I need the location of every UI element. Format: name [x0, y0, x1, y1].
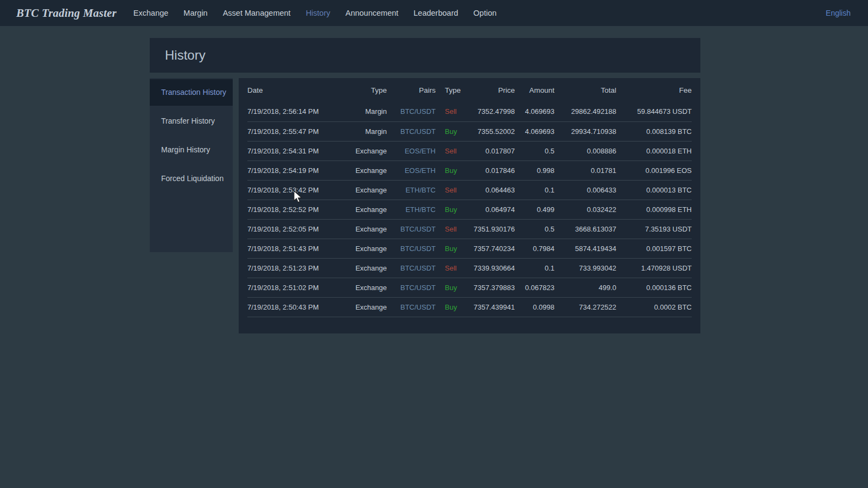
- cell-type: Exchange: [322, 180, 387, 200]
- cell-date: 7/19/2018, 2:54:31 PM: [247, 141, 322, 160]
- cell-fee: 0.000136 BTC: [616, 278, 692, 297]
- nav-item-margin[interactable]: Margin: [183, 9, 207, 17]
- cell-price: 7352.47998: [467, 102, 515, 121]
- cell-total: 0.032422: [554, 200, 616, 219]
- cell-type: Exchange: [322, 219, 387, 239]
- table-row: 7/19/2018, 2:55:47 PMMarginBTC/USDTBuy73…: [247, 121, 692, 141]
- cell-type: Margin: [322, 121, 387, 141]
- cell-trade-side: Sell: [436, 141, 467, 160]
- nav-item-option[interactable]: Option: [474, 9, 497, 17]
- table-row: 7/19/2018, 2:50:43 PMExchangeBTC/USDTBuy…: [247, 297, 692, 317]
- column-header-type-side: Type: [436, 78, 467, 102]
- nav-item-leaderboard[interactable]: Leaderboard: [413, 9, 458, 17]
- cell-fee: 0.001597 BTC: [616, 239, 692, 258]
- nav-item-history[interactable]: History: [306, 9, 330, 17]
- cell-pair[interactable]: ETH/BTC: [387, 200, 436, 219]
- nav-item-asset-management[interactable]: Asset Management: [223, 9, 291, 17]
- sidebar-item-transfer-history[interactable]: Transfer History: [150, 108, 233, 134]
- sidebar-item-transaction-history[interactable]: Transaction History: [150, 79, 233, 106]
- table-row: 7/19/2018, 2:54:31 PMExchangeEOS/ETHSell…: [247, 141, 692, 160]
- cell-pair[interactable]: BTC/USDT: [387, 239, 436, 258]
- brand-logo[interactable]: BTC Trading Master: [16, 7, 117, 20]
- transaction-history-table: DateTypePairsTypePriceAmountTotalFee 7/1…: [247, 78, 692, 317]
- cell-total: 734.272522: [554, 297, 616, 317]
- table-row: 7/19/2018, 2:56:14 PMMarginBTC/USDTSell7…: [247, 102, 692, 121]
- cell-amount: 0.0998: [515, 297, 554, 317]
- table-row: 7/19/2018, 2:52:05 PMExchangeBTC/USDTSel…: [247, 219, 692, 239]
- cell-pair[interactable]: BTC/USDT: [387, 102, 436, 121]
- sidebar-item-margin-history[interactable]: Margin History: [150, 137, 233, 163]
- cell-type: Exchange: [322, 278, 387, 297]
- table-row: 7/19/2018, 2:51:23 PMExchangeBTC/USDTSel…: [247, 258, 692, 278]
- cell-price: 0.017807: [467, 141, 515, 160]
- column-header-total: Total: [554, 78, 616, 102]
- cell-trade-side: Buy: [436, 239, 467, 258]
- cell-type: Exchange: [322, 160, 387, 180]
- cell-pair[interactable]: BTC/USDT: [387, 121, 436, 141]
- history-sidebar: Transaction HistoryTransfer HistoryMargi…: [150, 78, 233, 252]
- cell-type: Exchange: [322, 297, 387, 317]
- column-header-fee: Fee: [616, 78, 692, 102]
- cell-price: 0.064463: [467, 180, 515, 200]
- sidebar-item-forced-liquidation[interactable]: Forced Liquidation: [150, 165, 233, 192]
- page-title: History: [165, 48, 206, 63]
- page-root: { "brand": "BTC Trading Master", "nav": …: [0, 0, 868, 488]
- cell-trade-side: Buy: [436, 278, 467, 297]
- cell-date: 7/19/2018, 2:51:23 PM: [247, 258, 322, 278]
- cell-price: 7357.740234: [467, 239, 515, 258]
- cell-total: 29934.710938: [554, 121, 616, 141]
- cell-price: 0.064974: [467, 200, 515, 219]
- table-row: 7/19/2018, 2:53:42 PMExchangeETH/BTCSell…: [247, 180, 692, 200]
- cell-type: Margin: [322, 102, 387, 121]
- table-header-row: DateTypePairsTypePriceAmountTotalFee: [247, 78, 692, 102]
- cell-amount: 0.5: [515, 219, 554, 239]
- cell-trade-side: Buy: [436, 160, 467, 180]
- cell-amount: 4.069693: [515, 102, 554, 121]
- cell-amount: 0.5: [515, 141, 554, 160]
- cell-date: 7/19/2018, 2:52:05 PM: [247, 219, 322, 239]
- cell-fee: 7.35193 USDT: [616, 219, 692, 239]
- cell-trade-side: Sell: [436, 102, 467, 121]
- cell-total: 29862.492188: [554, 102, 616, 121]
- cell-fee: 0.001996 EOS: [616, 160, 692, 180]
- cell-pair[interactable]: BTC/USDT: [387, 297, 436, 317]
- cell-fee: 0.000998 ETH: [616, 200, 692, 219]
- table-row: 7/19/2018, 2:51:43 PMExchangeBTC/USDTBuy…: [247, 239, 692, 258]
- column-header-date: Date: [247, 78, 322, 102]
- cell-pair[interactable]: BTC/USDT: [387, 219, 436, 239]
- cell-fee: 0.008139 BTC: [616, 121, 692, 141]
- cell-trade-side: Buy: [436, 200, 467, 219]
- cell-amount: 0.1: [515, 258, 554, 278]
- cell-pair[interactable]: EOS/ETH: [387, 141, 436, 160]
- cell-date: 7/19/2018, 2:51:02 PM: [247, 278, 322, 297]
- cell-amount: 0.7984: [515, 239, 554, 258]
- cell-total: 0.008886: [554, 141, 616, 160]
- cell-amount: 0.1: [515, 180, 554, 200]
- language-selector[interactable]: English: [826, 9, 851, 17]
- cell-amount: 0.067823: [515, 278, 554, 297]
- cell-date: 7/19/2018, 2:55:47 PM: [247, 121, 322, 141]
- cell-type: Exchange: [322, 200, 387, 219]
- table-body: 7/19/2018, 2:56:14 PMMarginBTC/USDTSell7…: [247, 102, 692, 317]
- column-header-pairs: Pairs: [387, 78, 436, 102]
- nav-item-announcement[interactable]: Announcement: [346, 9, 399, 17]
- cell-fee: 1.470928 USDT: [616, 258, 692, 278]
- cell-total: 0.006433: [554, 180, 616, 200]
- cell-price: 7351.930176: [467, 219, 515, 239]
- cell-pair[interactable]: EOS/ETH: [387, 160, 436, 180]
- cell-pair[interactable]: ETH/BTC: [387, 180, 436, 200]
- column-header-price: Price: [467, 78, 515, 102]
- transaction-table-card: DateTypePairsTypePriceAmountTotalFee 7/1…: [239, 78, 700, 333]
- cell-price: 7339.930664: [467, 258, 515, 278]
- table-row: 7/19/2018, 2:54:19 PMExchangeEOS/ETHBuy0…: [247, 160, 692, 180]
- cell-total: 0.01781: [554, 160, 616, 180]
- cell-pair[interactable]: BTC/USDT: [387, 278, 436, 297]
- nav-item-exchange[interactable]: Exchange: [133, 9, 169, 17]
- cell-price: 7357.379883: [467, 278, 515, 297]
- cell-trade-side: Sell: [436, 180, 467, 200]
- cell-pair[interactable]: BTC/USDT: [387, 258, 436, 278]
- cell-total: 733.993042: [554, 258, 616, 278]
- cell-price: 7355.52002: [467, 121, 515, 141]
- cell-trade-side: Sell: [436, 258, 467, 278]
- cell-date: 7/19/2018, 2:52:52 PM: [247, 200, 322, 219]
